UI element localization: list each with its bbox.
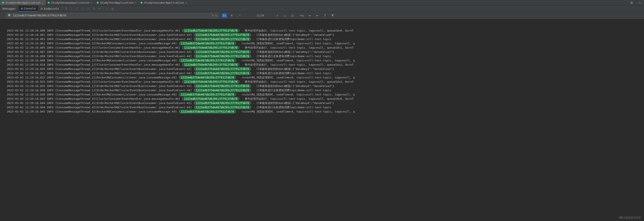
endpoints-icon: ⧉: [41, 7, 42, 11]
run-indicator-icon: [48, 2, 50, 4]
run-config-tabs: StudyOrderApplication × StudyGatewayAppl…: [0, 0, 644, 6]
run-indicator-icon: [97, 2, 99, 4]
log-prefix: 2023-03-02 12:20:16.836 INFO [ConsumeMes…: [7, 93, 180, 96]
regex-toggle[interactable]: .*: [236, 13, 242, 18]
tab-study-order[interactable]: StudyOrderApplication ×: [0, 0, 46, 5]
tab-study-gateway[interactable]: StudyGatewayApplication ×: [46, 0, 94, 5]
close-icon[interactable]: ×: [185, 1, 187, 4]
trace-id-highlight: 1222edb375de467db295c37f912fdb76: [195, 71, 250, 75]
log-suffix: ] - 订单服务进行业务逻辑消费topicName:xzll-test-topi…: [250, 38, 331, 41]
log-line: 2023-03-02 12:20:16.801 INFO [ConsumeMes…: [7, 37, 644, 41]
log-prefix: 2023-03-02 12:20:16.823 INFO [ConsumeMes…: [7, 76, 180, 79]
tab-study-consumer[interactable]: StudyConsumerApplication ×: [138, 0, 189, 5]
run-indicator-icon: [2, 2, 4, 4]
trace-id-highlight: 1222edb375de467db295c37f912fdb76: [184, 29, 238, 32]
gear-icon[interactable]: ⚙: [628, 1, 636, 5]
force-step-icon[interactable]: ⭣: [80, 6, 86, 12]
search-hit-count: 11/20: [256, 14, 264, 17]
add-filter-icon[interactable]: +↧: [300, 13, 304, 18]
search-input[interactable]: [13, 14, 210, 17]
log-suffix: ] - 订单服务进行业务逻辑消费topicName:xzll-test-topi…: [250, 89, 331, 92]
prev-match-icon[interactable]: ↑: [275, 13, 280, 18]
log-line: 2023-03-02 12:20:16.823 INFO [ConsumeMes…: [7, 75, 644, 80]
log-prefix: 2023-03-02 12:20:16.801 INFO [ConsumeMes…: [7, 38, 195, 41]
log-suffix: ] - 订单服务进行业务逻辑消费topicName:xzll-test-topi…: [250, 55, 331, 58]
run-to-cursor-icon[interactable]: ⭱: [86, 6, 91, 12]
log-prefix: 2023-03-02 12:20:16.820 INFO [ConsumeMes…: [7, 67, 195, 71]
funnel-icon[interactable]: ⧨: [330, 13, 335, 18]
log-line: 2023-03-02 12:20:16.801 INFO [ConsumeMes…: [7, 33, 644, 37]
trace-id-highlight: 1222edb375de467db295c37f912fdb76: [195, 67, 250, 71]
close-icon[interactable]: ×: [135, 1, 136, 4]
log-suffix: ] - 订单服务接收到的data数据:{"dataKey3":"dataValu…: [250, 84, 334, 88]
log-prefix: 2023-03-02 12:20:16.835 INFO [ConsumeMes…: [7, 84, 195, 88]
words-toggle[interactable]: W: [229, 13, 234, 18]
log-line: 2023-03-02 12:20:16.808 INFO [ConsumeMes…: [7, 54, 644, 58]
endpoints-tab[interactable]: ⧉ Endpoints: [38, 6, 61, 12]
match-case-toggle[interactable]: Cc: [222, 13, 227, 18]
log-prefix: 2023-03-02 12:20:16.805 INFO [ConsumeMes…: [7, 46, 184, 49]
log-suffix: ] - rocketMQ_消息处理耗时, usedTime=4, topic=x…: [235, 110, 354, 113]
trace-id-highlight: 1222edb375de467db295c37f912fdb76: [180, 93, 235, 96]
step-over-icon[interactable]: ☰: [64, 6, 69, 12]
filter-icon-1[interactable]: ⇥: [307, 13, 312, 18]
tab-label: StudyGatewayApplication: [51, 1, 90, 4]
log-line: 2023-03-02 12:20:16.845 INFO [ConsumeMes…: [7, 110, 644, 114]
close-icon[interactable]: ×: [91, 1, 92, 4]
debugger-tab[interactable]: Debugger: [0, 6, 18, 12]
tool-row: Debugger ▣ Console ⧉ Endpoints ☰ ⭭ ⭡ ⭣ ⭱…: [0, 6, 644, 12]
log-line: 2023-03-02 12:20:16.835 INFO [ConsumeMes…: [7, 84, 644, 88]
tab-study-test[interactable]: StudyTestApplication ×: [94, 0, 138, 5]
log-suffix: ] - rocketMQ_消息处理耗时, usedTime=6, topic=x…: [235, 93, 354, 96]
tab-label: Endpoints: [44, 7, 59, 10]
log-suffix: ] - 订单服务接收到的data数据:{"dataKey4":"dataValu…: [250, 101, 334, 105]
trace-id-highlight: 1222edb375de467db295c37f912fdb76: [184, 63, 238, 67]
console-tab[interactable]: ▣ Console: [18, 6, 38, 12]
hide-icon[interactable]: —: [636, 1, 644, 5]
log-suffix: ] - rocketMQ_消息处理耗时, usedTime=9, topic=x…: [235, 76, 354, 79]
log-suffix: ] - 事件处理开始执行, topic=xzll-test-topic, tag…: [238, 29, 354, 32]
next-match-icon[interactable]: ↓: [282, 13, 288, 18]
tab-label: StudyConsumerApplication: [144, 1, 184, 4]
step-into-icon[interactable]: ⭭: [69, 6, 74, 12]
step-out-icon[interactable]: ⭡: [74, 6, 80, 12]
trace-id-highlight: 1222edb375de467db295c37f912fdb76: [195, 84, 250, 88]
trace-id-highlight: 1222edb375de467db295c37f912fdb76: [195, 105, 250, 109]
log-line: 2023-03-02 12:20:16.808 INFO [ConsumeMes…: [7, 58, 644, 63]
log-suffix: ] - 订单服务接收到的data数据:{"dataKey0":"dataValu…: [250, 33, 334, 37]
log-prefix: 2023-03-02 12:20:16.836 INFO [ConsumeMes…: [7, 89, 195, 92]
log-prefix: 2023-03-02 12:20:16.808 INFO [ConsumeMes…: [7, 59, 180, 62]
log-line: 2023-03-02 12:20:16.801 INFO [ConsumeMes…: [7, 41, 644, 46]
settings-icon[interactable]: ▤: [110, 6, 115, 12]
search-field[interactable]: 🔍 × ↻: [6, 13, 219, 18]
log-prefix: 2023-03-02 12:20:16.807 INFO [ConsumeMes…: [7, 50, 195, 54]
log-suffix: ] - 事件处理开始执行, topic=xzll-test-topic, tag…: [238, 80, 354, 83]
layout-icon[interactable]: ▢: [104, 6, 110, 12]
filter-icon-2[interactable]: ⇤: [315, 13, 320, 18]
log-line: 2023-03-02 12:20:16.836 INFO [ConsumeMes…: [7, 88, 644, 93]
tab-label: StudyOrderApplication: [6, 1, 40, 4]
log-line: 2023-03-02 12:20:16.820 INFO [ConsumeMes…: [7, 67, 644, 71]
trace-id-highlight: 1222edb375de467db295c37f912fdb76: [180, 110, 235, 113]
trace-id-highlight: 1222edb375de467db295c37f912fdb76: [195, 101, 250, 105]
trace-id-highlight: 1222edb375de467db295c37f912fdb76: [180, 42, 235, 45]
select-all-icon[interactable]: ▢: [290, 13, 295, 18]
trace-icon[interactable]: ≋: [97, 6, 102, 12]
console-search-row: 🔍 × ↻ Cc W .* 11/20 ↑ ↓ ▢ +↧ ⇥ ⇤ ⤒ ⧨: [0, 12, 644, 19]
close-icon[interactable]: ×: [42, 1, 44, 4]
console-output[interactable]: 2023-03-02 12:20:16.800 INFO [ConsumeMes…: [0, 19, 644, 221]
log-prefix: 2023-03-02 12:20:16.808 INFO [ConsumeMes…: [7, 55, 195, 58]
evaluate-icon[interactable]: ⟲: [91, 6, 97, 12]
log-suffix: ] - 事件处理开始执行, topic=xzll-test-topic, tag…: [238, 46, 354, 49]
filter-icon-3[interactable]: ⤒: [322, 13, 328, 18]
clear-search-icon[interactable]: ×: [212, 14, 214, 17]
log-suffix: ] - 订单服务接收到的data数据:{"dataKey2":"dataValu…: [250, 67, 334, 71]
search-options: Cc W .*: [222, 13, 242, 18]
console-icon: ▣: [21, 7, 23, 10]
tab-label: StudyTestApplication: [100, 1, 134, 4]
log-suffix: ] - 事件处理开始执行, topic=xzll-test-topic, tag…: [238, 63, 354, 66]
trace-id-highlight: 1222edb375de467db295c37f912fdb76: [195, 50, 250, 54]
watermark: @稀土掘金技术社区: [619, 215, 641, 220]
log-line: 2023-03-02 12:20:16.821 INFO [ConsumeMes…: [7, 71, 644, 75]
history-icon[interactable]: ↻: [216, 14, 217, 17]
